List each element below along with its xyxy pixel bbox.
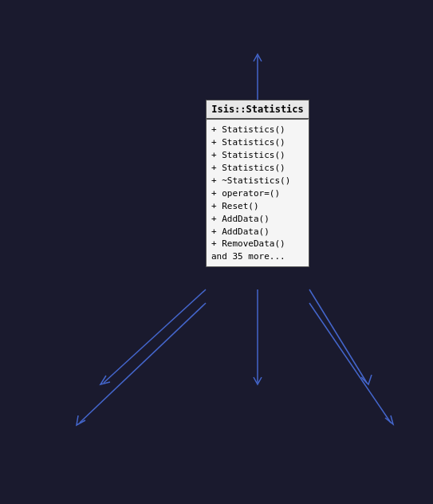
- method-item: + Statistics(): [211, 162, 304, 175]
- class-title: Isis::Statistics: [207, 100, 309, 119]
- method-item: + RemoveData(): [211, 238, 304, 250]
- svg-line-4: [80, 303, 206, 423]
- class-box: Isis::Statistics + Statistics()+ Statist…: [206, 100, 309, 267]
- method-item: + Reset(): [211, 200, 304, 213]
- class-methods: + Statistics()+ Statistics()+ Statistics…: [207, 120, 309, 266]
- method-item: + AddData(): [211, 213, 304, 226]
- svg-line-5: [309, 303, 391, 423]
- method-item: and 35 more...: [211, 250, 304, 263]
- svg-line-3: [309, 289, 367, 383]
- diagram-canvas: Isis::Statistics + Statistics()+ Statist…: [0, 0, 433, 504]
- svg-line-2: [104, 289, 206, 383]
- method-item: + Statistics(): [211, 149, 304, 162]
- method-item: + Statistics(): [211, 124, 304, 136]
- method-item: + operator=(): [211, 187, 304, 200]
- method-item: + AddData(): [211, 226, 304, 238]
- method-item: + Statistics(): [211, 136, 304, 149]
- method-item: + ~Statistics(): [211, 175, 304, 187]
